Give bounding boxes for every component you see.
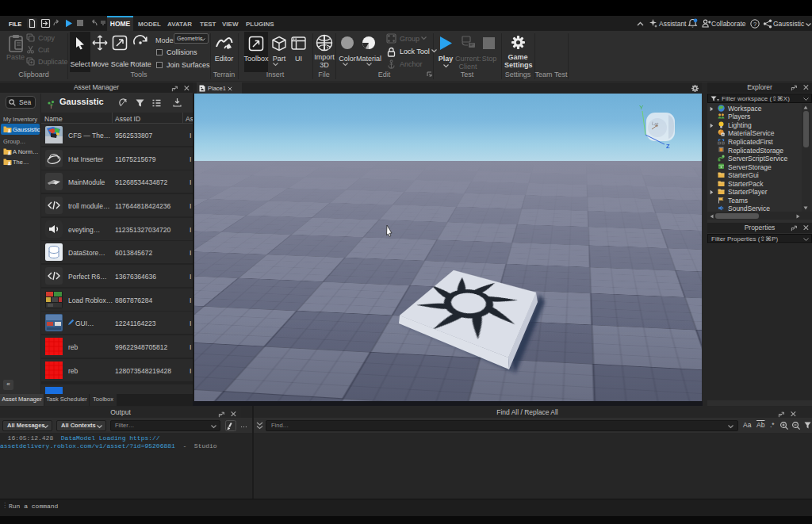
svg-text:?: ? [753, 20, 756, 27]
svg-text:Lat: Lat [652, 121, 659, 127]
svg-text:Z: Z [666, 143, 670, 150]
svg-text:Y: Y [639, 104, 644, 111]
